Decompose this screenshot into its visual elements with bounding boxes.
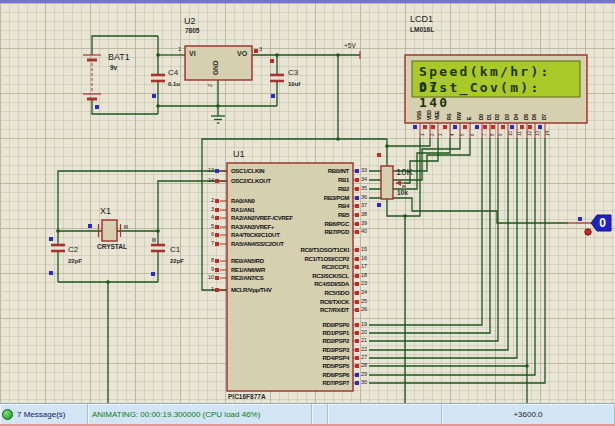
logic-probe-value[interactable]: 0: [595, 216, 610, 230]
u1-pin-name: RD2/PSP2: [229, 338, 349, 344]
label-u2-n3: 3: [259, 47, 262, 53]
pin-state-marker: [491, 125, 495, 129]
pin-state-marker: [355, 373, 359, 377]
u1-pin-number: 29: [361, 372, 367, 378]
pin-state-marker: [538, 125, 542, 129]
wire[interactable]: [92, 100, 158, 114]
state-marker: [95, 105, 99, 109]
wire-junction: [336, 137, 340, 141]
label-c4-val: 0.1u: [168, 81, 180, 87]
pin-state-marker: [510, 125, 514, 129]
pin-state-marker: [355, 381, 359, 385]
u1-pin-name: RD1/PSP1: [229, 330, 349, 336]
lcd-pin-name: D4: [514, 114, 519, 120]
state-marker: [124, 225, 128, 229]
pin-state-marker: [215, 225, 219, 229]
lcd-pin-number: 12: [528, 131, 533, 136]
u1-pin-name: RD3/PSP3: [229, 347, 349, 353]
label-u2-vi: VI: [189, 50, 196, 57]
u1-pin-name: RC0/T1OSO/T1CKI: [229, 247, 349, 253]
label-u1-ref: U1: [233, 150, 245, 159]
u1-pin-name: RD5/PSP5: [229, 363, 349, 369]
label-c2-ref: C2: [68, 246, 78, 254]
label-p5v: +5V: [344, 43, 356, 50]
state-marker: [151, 272, 155, 276]
wire-junction: [403, 214, 407, 218]
u1-pin-number: 10: [198, 275, 214, 281]
u1-pin-name: RD7/PSP7: [229, 380, 349, 386]
u1-pin-name: RC7/RX/DT: [229, 307, 349, 313]
lcd-pin-number: 11: [518, 131, 523, 136]
state-marker: [271, 94, 275, 98]
label-u2-ref: U2: [184, 17, 196, 26]
label-c3-val: 10uf: [288, 81, 300, 87]
pin-state-marker: [501, 125, 505, 129]
lcd-display-line1: Speed(km/hr): 07: [419, 64, 581, 79]
u1-pin-name: RC4/SDI/SDA: [229, 281, 349, 287]
u1-pin-name: RB5: [229, 212, 349, 218]
pin-state-marker: [355, 300, 359, 304]
lcd-pin-name: RS: [447, 114, 452, 120]
label-x1-val: CRYSTAL: [97, 244, 127, 251]
u1-pin-number: 7: [198, 241, 214, 247]
lcd-pin-name: D5: [524, 114, 529, 120]
pin-state-marker: [355, 331, 359, 335]
state-marker: [88, 224, 92, 228]
message-indicator-icon: [2, 409, 13, 420]
wire[interactable]: [369, 198, 568, 223]
pin-state-marker: [355, 257, 359, 261]
pin-state-marker: [355, 178, 359, 182]
u1-pin-number: 28: [361, 363, 367, 369]
label-c3-ref: C3: [288, 69, 298, 77]
pin-state-marker: [355, 213, 359, 217]
wire[interactable]: [158, 181, 227, 231]
lcd-pin-number: 7: [483, 133, 488, 136]
crystal-body[interactable]: [102, 220, 117, 241]
u1-pin-number: 35: [361, 186, 367, 192]
pin-state-marker: [355, 339, 359, 343]
state-marker: [49, 237, 53, 241]
u1-pin-number: 26: [361, 307, 367, 313]
u1-pin-number: 36: [361, 195, 367, 201]
u1-pin-name: RC1/T1OSI/CCP2: [229, 256, 349, 262]
pot-body[interactable]: [381, 166, 393, 199]
lcd-pin-name: D2: [495, 114, 500, 120]
u1-pin-name: RB1: [229, 177, 349, 183]
pin-state-marker: [355, 364, 359, 368]
u1-pin-name: RC2/CCP1: [229, 264, 349, 270]
u1-pin-name: RB6/PGC: [229, 221, 349, 227]
u1-pin-number: 30: [361, 380, 367, 386]
lcd-pin-name: RW: [457, 112, 462, 120]
pin-state-marker: [355, 274, 359, 278]
pin-state-marker: [355, 282, 359, 286]
u1-pin-name: RC3/SCK/SCL: [229, 273, 349, 279]
lcd-pin-number: 1: [421, 133, 426, 136]
pin-state-marker: [443, 125, 447, 129]
pin-state-marker: [215, 169, 219, 173]
wire[interactable]: [387, 138, 430, 146]
u1-pin-number: 8: [198, 258, 214, 264]
lcd-pin-number: 13: [536, 131, 541, 136]
wire-junction: [106, 280, 110, 284]
u1-pin-name: RD4/PSP4: [229, 355, 349, 361]
proteus-window: Speed(km/hr): 07 Dist_Cov(m): 140 0 U278…: [0, 0, 615, 426]
u1-pin-number: 24: [361, 290, 367, 296]
animating-label: ANIMATING: 00:00:19.300000 (CPU load 46%…: [92, 410, 260, 419]
status-coordinate-section: +3600.0: [442, 404, 615, 425]
pin-state-marker: [355, 169, 359, 173]
status-messages-section[interactable]: 7 Message(s): [0, 404, 88, 425]
wire-junction: [156, 104, 160, 108]
pin-state-marker: [355, 230, 359, 234]
schematic-canvas[interactable]: Speed(km/hr): 07 Dist_Cov(m): 140 0 U278…: [0, 3, 615, 403]
label-c1-val: 22pF: [170, 258, 184, 264]
pin-state-marker: [355, 204, 359, 208]
label-u2-n2: 2: [208, 84, 214, 87]
lcd-pin-number: 8: [491, 133, 496, 136]
pin-state-marker: [355, 356, 359, 360]
wire[interactable]: [369, 138, 535, 375]
u1-pin-number: 14: [198, 178, 214, 184]
u1-pin-number: 34: [361, 177, 367, 183]
label-c1-ref: C1: [170, 246, 180, 254]
u1-pin-name: RB0/INT: [229, 168, 349, 174]
label-bat-ref: BAT1: [108, 53, 130, 62]
